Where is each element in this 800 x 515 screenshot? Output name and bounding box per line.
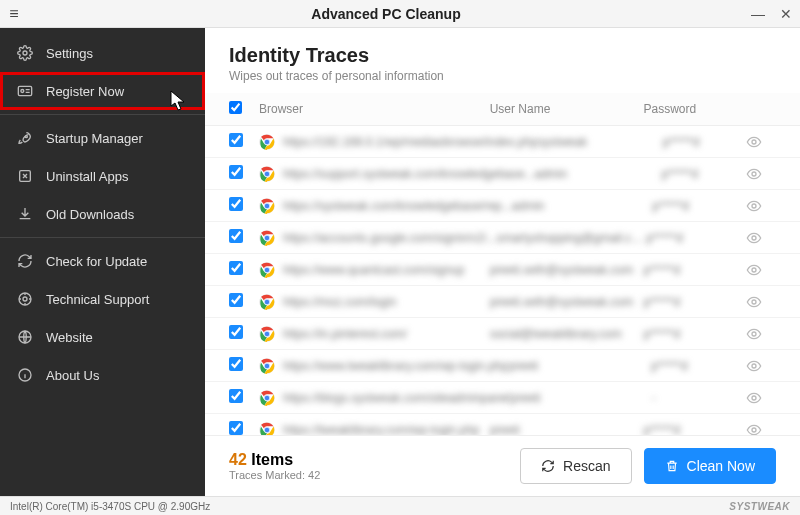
hamburger-menu-icon[interactable]: ≡ xyxy=(0,5,28,23)
chrome-icon xyxy=(259,326,275,342)
globe-icon xyxy=(16,328,34,346)
sidebar-item-technical-support[interactable]: Technical Support xyxy=(0,280,205,318)
column-password: Password xyxy=(643,102,746,116)
sidebar-item-old-downloads[interactable]: Old Downloads xyxy=(0,195,205,233)
row-username: preeti xyxy=(508,359,651,373)
row-checkbox[interactable] xyxy=(229,357,243,371)
row-password: p*****d xyxy=(651,359,746,373)
chrome-icon xyxy=(259,166,275,182)
chrome-icon xyxy=(259,262,275,278)
app-body: Settings Register Now Startup Manager Un… xyxy=(0,28,800,496)
row-password: p*****d xyxy=(663,135,746,149)
row-url: https://tweaklibrary.com/wp-login.php xyxy=(283,423,480,436)
svg-point-27 xyxy=(264,267,270,273)
svg-point-36 xyxy=(752,332,756,336)
reveal-password-icon[interactable] xyxy=(746,390,776,406)
sidebar-item-startup-manager[interactable]: Startup Manager xyxy=(0,119,205,157)
svg-point-12 xyxy=(752,140,756,144)
cpu-info: Intel(R) Core(TM) i5-3470S CPU @ 2.90GHz xyxy=(10,501,210,512)
row-checkbox[interactable] xyxy=(229,197,243,211)
svg-point-23 xyxy=(264,235,270,241)
sidebar: Settings Register Now Startup Manager Un… xyxy=(0,28,205,496)
row-url: https://support.systweak.com/knowledgeba… xyxy=(283,167,534,181)
chrome-icon xyxy=(259,390,275,406)
page-title: Identity Traces xyxy=(229,44,776,67)
table-row: https://blogs.systweak.com/siteadminpane… xyxy=(205,382,800,414)
select-all-checkbox[interactable] xyxy=(229,101,242,114)
svg-point-43 xyxy=(264,395,270,401)
svg-point-35 xyxy=(264,331,270,337)
row-checkbox[interactable] xyxy=(229,229,243,243)
row-password: p*****d xyxy=(643,423,746,436)
reveal-password-icon[interactable] xyxy=(746,134,776,150)
reveal-password-icon[interactable] xyxy=(746,166,776,182)
reveal-password-icon[interactable] xyxy=(746,262,776,278)
row-url: https://192.168.0.1/wp/mediaobrowse/inde… xyxy=(283,135,538,149)
svg-point-16 xyxy=(752,172,756,176)
table-header: Browser User Name Password xyxy=(205,93,800,126)
row-username: admin xyxy=(534,167,661,181)
reveal-password-icon[interactable] xyxy=(746,230,776,246)
rescan-button[interactable]: Rescan xyxy=(520,448,631,484)
sidebar-item-uninstall-apps[interactable]: Uninstall Apps xyxy=(0,157,205,195)
page-subtitle: Wipes out traces of personal information xyxy=(229,69,776,83)
row-password: p*****d xyxy=(652,199,746,213)
rocket-icon xyxy=(16,129,34,147)
row-password: p*****d xyxy=(661,167,746,181)
sidebar-item-website[interactable]: Website xyxy=(0,318,205,356)
sidebar-item-register-now[interactable]: Register Now xyxy=(0,72,205,110)
chrome-icon xyxy=(259,134,275,150)
row-password: - xyxy=(652,391,746,405)
reveal-password-icon[interactable] xyxy=(746,294,776,310)
reveal-password-icon[interactable] xyxy=(746,358,776,374)
chrome-icon xyxy=(259,230,275,246)
clean-now-button[interactable]: Clean Now xyxy=(644,448,776,484)
row-checkbox[interactable] xyxy=(229,165,243,179)
row-password: p*****d xyxy=(643,295,746,309)
table-row: https://moz.com/loginpreeti.seth@systwea… xyxy=(205,286,800,318)
svg-point-6 xyxy=(23,297,27,301)
table-row: https://www.quantcast.com/signuppreeti.s… xyxy=(205,254,800,286)
row-url: https://blogs.systweak.com/siteadminpane… xyxy=(283,391,510,405)
reveal-password-icon[interactable] xyxy=(746,198,776,214)
row-password: p*****d xyxy=(646,231,746,245)
column-browser: Browser xyxy=(259,102,490,116)
row-username: preeti.seth@systweak.com xyxy=(490,295,644,309)
table-row: https://192.168.0.1/wp/mediaobrowse/inde… xyxy=(205,126,800,158)
svg-point-39 xyxy=(264,363,270,369)
row-url: https://systweak.com/knowledgebase/rep..… xyxy=(283,199,512,213)
row-username: admin xyxy=(512,199,653,213)
reveal-password-icon[interactable] xyxy=(746,326,776,342)
sidebar-item-label: About Us xyxy=(46,368,99,383)
sidebar-separator xyxy=(0,114,205,115)
svg-point-11 xyxy=(264,139,270,145)
row-url: https://www.quantcast.com/signup xyxy=(283,263,464,277)
sidebar-item-about-us[interactable]: About Us xyxy=(0,356,205,394)
table-row: https://systweak.com/knowledgebase/rep..… xyxy=(205,190,800,222)
row-checkbox[interactable] xyxy=(229,261,243,275)
table-row: https://accounts.google.com/signin/v2/..… xyxy=(205,222,800,254)
minimize-button[interactable]: — xyxy=(744,6,772,22)
brand-logo: SYSTWEAK xyxy=(729,501,790,512)
sidebar-item-label: Register Now xyxy=(46,84,124,99)
sidebar-item-settings[interactable]: Settings xyxy=(0,34,205,72)
reveal-password-icon[interactable] xyxy=(746,422,776,436)
row-checkbox[interactable] xyxy=(229,421,243,435)
row-checkbox[interactable] xyxy=(229,389,243,403)
close-button[interactable]: ✕ xyxy=(772,6,800,22)
sidebar-item-label: Website xyxy=(46,330,93,345)
row-checkbox[interactable] xyxy=(229,133,243,147)
svg-point-3 xyxy=(25,136,27,138)
table-body: https://192.168.0.1/wp/mediaobrowse/inde… xyxy=(205,126,800,435)
row-username: social@tweaklibrary.com xyxy=(490,327,644,341)
row-username: systweak xyxy=(538,135,663,149)
svg-point-15 xyxy=(264,171,270,177)
row-url: https://moz.com/login xyxy=(283,295,396,309)
row-url: https://accounts.google.com/signin/v2/..… xyxy=(283,231,496,245)
row-username: smartyshopping@gmail.com xyxy=(496,231,646,245)
row-checkbox[interactable] xyxy=(229,293,243,307)
row-checkbox[interactable] xyxy=(229,325,243,339)
sidebar-item-check-update[interactable]: Check for Update xyxy=(0,242,205,280)
item-count: 42 Items xyxy=(229,451,508,469)
chrome-icon xyxy=(259,294,275,310)
